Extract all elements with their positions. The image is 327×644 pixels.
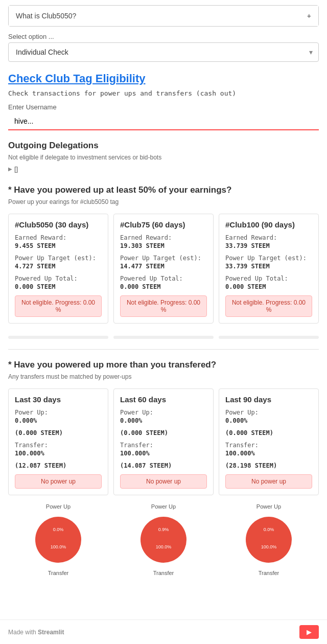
accordion-label: What is Club5050? — [16, 12, 76, 20]
club5050-earned-value: 9.455 STEEM — [15, 242, 102, 249]
last30-powerup-label: Power Up: — [15, 409, 102, 416]
last30-status: No power up — [15, 474, 102, 489]
pie-charts-row: Power Up 0.0% 100.0% Transfer Power Up 0… — [8, 503, 319, 576]
select-label: Select option ... — [8, 33, 319, 40]
svg-text:0.0%: 0.0% — [264, 527, 274, 532]
accordion-plus-icon: + — [307, 12, 311, 20]
svg-point-3 — [141, 517, 186, 563]
last30-title: Last 30 days — [15, 395, 102, 404]
club100-earned-value: 33.739 STEEM — [225, 242, 312, 249]
last30-powerup-steem: (0.000 STEEM) — [15, 429, 102, 436]
club75-powered-value: 0.000 STEEM — [120, 283, 207, 290]
last60-title: Last 60 days — [120, 395, 207, 404]
pie30-transfer-label: Transfer — [48, 570, 69, 576]
progress-bar-3 — [219, 332, 319, 339]
page-description: Check transactions for power ups and tra… — [8, 89, 319, 97]
last60-powerup-pct: 0.000% — [120, 417, 207, 424]
option-select[interactable]: Individual Check Group Check — [8, 42, 319, 62]
club100-powered-label: Powered Up Total: — [225, 275, 312, 282]
delegations-bracket: ▶ [] — [8, 165, 319, 173]
accordion-club5050[interactable]: What is Club5050? + — [8, 5, 319, 27]
last30-transfer-steem: (12.087 STEEM) — [15, 462, 102, 469]
pie60-transfer-label: Transfer — [153, 570, 174, 576]
last90-title: Last 90 days — [225, 395, 312, 404]
club75-powered-label: Powered Up Total: — [120, 275, 207, 282]
club5050-powered-label: Powered Up Total: — [15, 275, 102, 282]
question2-note: Any transfers must be matched by power-u… — [8, 373, 319, 380]
club5050-status: Not eligible. Progress: 0.00 % — [15, 295, 102, 317]
pie30-svg: 0.0% 100.0% — [30, 512, 86, 568]
last60-transfer-pct: 100.000% — [120, 450, 207, 457]
input-label: Enter Username — [8, 103, 319, 111]
progress-bar-1 — [8, 332, 108, 339]
club100-card-title: #Club100 (90 days) — [225, 220, 312, 229]
pie30-power-label: Power Up — [46, 503, 71, 510]
footer-run-button[interactable]: ▶ — [299, 625, 319, 639]
progress-bar-2 — [113, 332, 214, 339]
club5050-card-title: #Club5050 (30 days) — [15, 220, 102, 229]
svg-point-6 — [246, 517, 292, 563]
svg-point-0 — [35, 517, 81, 563]
club75-target-value: 14.477 STEEM — [120, 263, 207, 270]
question1-note: Power up your earings for #club5050 tag — [8, 198, 319, 205]
club5050-card: #Club5050 (30 days) Earned Reward: 9.455… — [8, 214, 108, 324]
last90-powerup-label: Power Up: — [225, 409, 312, 416]
pie60-svg: 0.9% 100.0% — [135, 512, 192, 568]
last60-powerup-steem: (0.000 STEEM) — [120, 429, 207, 436]
pie60-power-label: Power Up — [151, 503, 176, 510]
last90-transfer-steem: (28.198 STEEM) — [225, 462, 312, 469]
club75-card: #Club75 (60 days) Earned Reward: 19.303 … — [113, 214, 214, 324]
username-input[interactable] — [8, 113, 319, 130]
club75-status: Not eligible. Progress: 0.00 % — [120, 295, 207, 317]
last90-powerup-steem: (0.000 STEEM) — [225, 429, 312, 436]
pie90-svg: 0.0% 100.0% — [241, 512, 297, 568]
footer-made-with: Made with — [8, 629, 36, 636]
select-wrapper: Individual Check Group Check ▾ — [8, 42, 319, 62]
svg-text:0.0%: 0.0% — [53, 527, 64, 532]
footer-text: Made with Streamlit — [8, 629, 64, 636]
last90-status: No power up — [225, 474, 312, 489]
pie-chart-90: Power Up 0.0% 100.0% Transfer — [219, 503, 319, 576]
club5050-earned-label: Earned Reward: — [15, 234, 102, 241]
accordion-header[interactable]: What is Club5050? + — [9, 6, 318, 26]
club75-target-label: Power Up Target (est): — [120, 255, 207, 262]
last90-card: Last 90 days Power Up: 0.000% (0.000 STE… — [219, 388, 319, 495]
question1-header: * Have you powered up at least 50% of yo… — [8, 185, 319, 195]
last30-powerup-pct: 0.000% — [15, 417, 102, 424]
svg-text:100.0%: 100.0% — [51, 544, 66, 549]
last30-transfer-pct: 100.000% — [15, 450, 102, 457]
last90-powerup-pct: 0.000% — [225, 417, 312, 424]
club5050-powered-value: 0.000 STEEM — [15, 283, 102, 290]
pie90-power-label: Power Up — [256, 503, 281, 510]
club5050-target-label: Power Up Target (est): — [15, 255, 102, 262]
last90-transfer-label: Transfer: — [225, 442, 312, 449]
last30-transfer-label: Transfer: — [15, 442, 102, 449]
last60-status: No power up — [120, 474, 207, 489]
pie-chart-30: Power Up 0.0% 100.0% Transfer — [8, 503, 108, 576]
club100-card: #Club100 (90 days) Earned Reward: 33.739… — [219, 214, 319, 324]
last60-transfer-steem: (14.087 STEEM) — [120, 462, 207, 469]
club75-card-title: #Club75 (60 days) — [120, 220, 207, 229]
section1-cards-row: #Club5050 (30 days) Earned Reward: 9.455… — [8, 214, 319, 324]
club100-target-value: 33.739 STEEM — [225, 263, 312, 270]
footer-btn-label: ▶ — [307, 628, 312, 636]
progress-bars-row — [8, 332, 319, 339]
bracket-value: [] — [14, 165, 18, 173]
club100-powered-value: 0.000 STEEM — [225, 283, 312, 290]
club100-status: Not eligible. Progress: 0.00 % — [225, 295, 312, 317]
svg-text:100.0%: 100.0% — [261, 544, 277, 549]
club100-earned-label: Earned Reward: — [225, 234, 312, 241]
triangle-icon: ▶ — [8, 166, 12, 172]
svg-text:100.0%: 100.0% — [156, 544, 172, 549]
pie90-transfer-label: Transfer — [259, 570, 279, 576]
delegations-header: Outgoing Delegations — [8, 141, 319, 151]
question2-header: * Have you powered up more than you tran… — [8, 360, 319, 370]
last60-transfer-label: Transfer: — [120, 442, 207, 449]
club100-target-label: Power Up Target (est): — [225, 255, 312, 262]
last90-transfer-pct: 100.000% — [225, 450, 312, 457]
last60-powerup-label: Power Up: — [120, 409, 207, 416]
last30-card: Last 30 days Power Up: 0.000% (0.000 STE… — [8, 388, 108, 495]
divider-1 — [8, 349, 319, 350]
pie-chart-60: Power Up 0.9% 100.0% Transfer — [113, 503, 214, 576]
svg-text:0.9%: 0.9% — [158, 527, 169, 532]
